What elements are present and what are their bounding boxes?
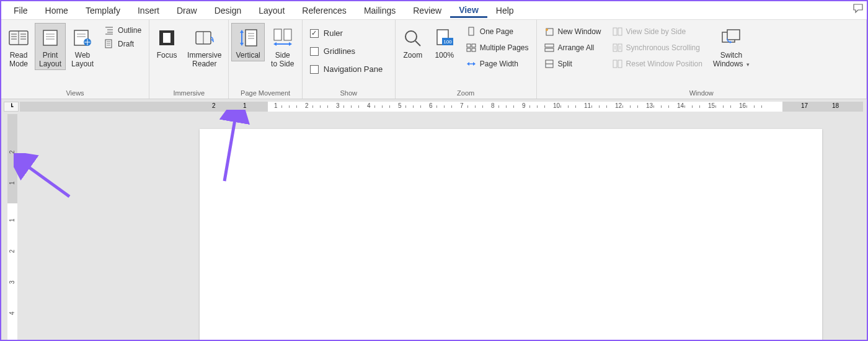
group-window: New Window Arrange All Split View Side b… <box>537 20 867 99</box>
ruler-corner[interactable]: ┗ <box>4 102 19 112</box>
draft-label: Draft <box>118 40 134 48</box>
ribbon: ReadMode PrintLayout WebLayout <box>1 20 867 99</box>
one-page-button[interactable]: One Page <box>464 25 531 38</box>
menu-draw[interactable]: Draw <box>168 3 206 18</box>
menu-home[interactable]: Home <box>37 3 77 18</box>
outline-button[interactable]: Outline <box>102 24 144 37</box>
immersive-reader-icon <box>193 26 216 50</box>
page-width-label: Page Width <box>480 60 518 68</box>
svg-rect-46 <box>467 44 471 47</box>
view-side-by-side-button: View Side by Side <box>610 25 705 38</box>
svg-marker-39 <box>289 42 292 46</box>
sync-label: Synchronous Scrolling <box>626 43 700 52</box>
checkbox-icon <box>310 65 319 74</box>
menu-templafy[interactable]: Templafy <box>77 3 129 18</box>
arrange-all-button[interactable]: Arrange All <box>542 42 604 54</box>
navigation-pane-checkbox[interactable]: Navigation Pane <box>308 63 385 76</box>
page-width-button[interactable]: Page Width <box>464 58 531 70</box>
group-window-label: Window <box>539 88 864 99</box>
new-window-button[interactable]: New Window <box>542 25 604 38</box>
menu-review[interactable]: Review <box>404 3 450 18</box>
zoom-button[interactable]: Zoom <box>398 23 428 61</box>
svg-marker-38 <box>273 42 277 46</box>
menu-help[interactable]: Help <box>487 3 523 18</box>
ruler-tick: 1 <box>243 102 247 109</box>
sync-scrolling-button: Synchronous Scrolling <box>610 42 705 54</box>
ruler-tick: 17 <box>801 102 808 109</box>
page-width-icon <box>466 59 476 69</box>
new-window-icon <box>544 27 554 37</box>
svg-marker-70 <box>730 41 732 43</box>
svg-rect-25 <box>163 33 170 43</box>
ruler-tick: 16 <box>739 102 746 109</box>
read-mode-button[interactable]: ReadMode <box>4 23 33 70</box>
reset-window-button: Reset Window Position <box>610 58 705 70</box>
menu-view[interactable]: View <box>450 2 487 18</box>
svg-marker-52 <box>473 62 476 66</box>
vertical-button[interactable]: Vertical <box>231 23 264 61</box>
immersive-reader-button[interactable]: ImmersiveReader <box>183 23 226 70</box>
menu-file[interactable]: File <box>5 3 37 18</box>
multiple-pages-icon <box>466 43 476 53</box>
nav-label: Navigation Pane <box>324 64 383 74</box>
draft-icon <box>104 39 114 49</box>
ruler-tick: 2 <box>305 102 309 109</box>
outline-label: Outline <box>118 26 141 35</box>
side-to-side-icon <box>270 26 295 50</box>
menu-design[interactable]: Design <box>206 3 250 18</box>
print-layout-button[interactable]: PrintLayout <box>35 23 66 70</box>
svg-text:100: 100 <box>443 39 452 45</box>
web-layout-icon <box>72 26 93 50</box>
menu-references[interactable]: References <box>293 3 355 18</box>
document-page[interactable] <box>200 129 822 341</box>
checkbox-icon: ✓ <box>310 29 319 38</box>
focus-button[interactable]: Focus <box>152 23 182 61</box>
web-layout-button[interactable]: WebLayout <box>67 23 98 70</box>
ruler-tick: 13 <box>646 102 653 109</box>
ruler-tick: 3 <box>336 102 340 109</box>
svg-rect-66 <box>613 60 617 68</box>
group-page-movement: Vertical Sideto Side Page Movement <box>229 20 302 99</box>
menu-mailings[interactable]: Mailings <box>355 3 404 18</box>
side-to-side-label: Sideto Side <box>271 51 294 68</box>
split-label: Split <box>558 60 572 68</box>
ruler-checkbox[interactable]: ✓ Ruler <box>308 27 385 40</box>
multiple-pages-button[interactable]: Multiple Pages <box>464 42 531 54</box>
menu-insert[interactable]: Insert <box>129 3 168 18</box>
horizontal-ruler[interactable]: 2 1 12345678910111213141516 17 18 <box>20 102 863 112</box>
menu-bar: File Home Templafy Insert Draw Design La… <box>1 1 867 20</box>
ruler-tick: 9 <box>522 102 526 109</box>
vertical-label: Vertical <box>236 51 260 60</box>
comments-icon[interactable] <box>853 4 864 14</box>
switch-windows-icon <box>720 26 742 50</box>
svg-rect-48 <box>467 48 471 51</box>
side-to-side-button[interactable]: Sideto Side <box>266 23 299 70</box>
draft-button[interactable]: Draft <box>102 38 144 50</box>
ruler-tick: 2 <box>212 102 216 109</box>
hundred-percent-button[interactable]: 100 100% <box>429 23 460 61</box>
svg-marker-33 <box>240 30 244 33</box>
split-icon <box>544 59 554 69</box>
split-button[interactable]: Split <box>542 58 604 70</box>
new-window-label: New Window <box>558 27 601 36</box>
vertical-icon <box>237 26 259 50</box>
side-by-side-label: View Side by Side <box>626 27 686 36</box>
group-zoom-label: Zoom <box>398 88 534 99</box>
group-views: ReadMode PrintLayout WebLayout <box>1 20 149 99</box>
focus-icon <box>157 26 176 50</box>
svg-rect-45 <box>469 27 474 35</box>
print-layout-label: PrintLayout <box>39 51 61 68</box>
ruler-tick: 8 <box>491 102 495 109</box>
hundred-label: 100% <box>435 51 454 60</box>
vertical-ruler[interactable]: 2 1 1234 <box>7 114 17 340</box>
group-show: ✓ Ruler Gridlines Navigation Pane Show <box>303 20 396 99</box>
switch-windows-button[interactable]: SwitchWindows ▾ <box>709 23 754 71</box>
group-page-movement-label: Page Movement <box>231 88 299 99</box>
group-zoom: Zoom 100 100% One Page Multiple Pages <box>396 20 537 99</box>
sync-icon <box>613 43 622 53</box>
menu-layout[interactable]: Layout <box>250 3 293 18</box>
ruler-tick: 1 <box>274 102 278 109</box>
ruler-tick: 5 <box>398 102 402 109</box>
gridlines-checkbox[interactable]: Gridlines <box>308 45 385 58</box>
document-area <box>20 114 867 340</box>
